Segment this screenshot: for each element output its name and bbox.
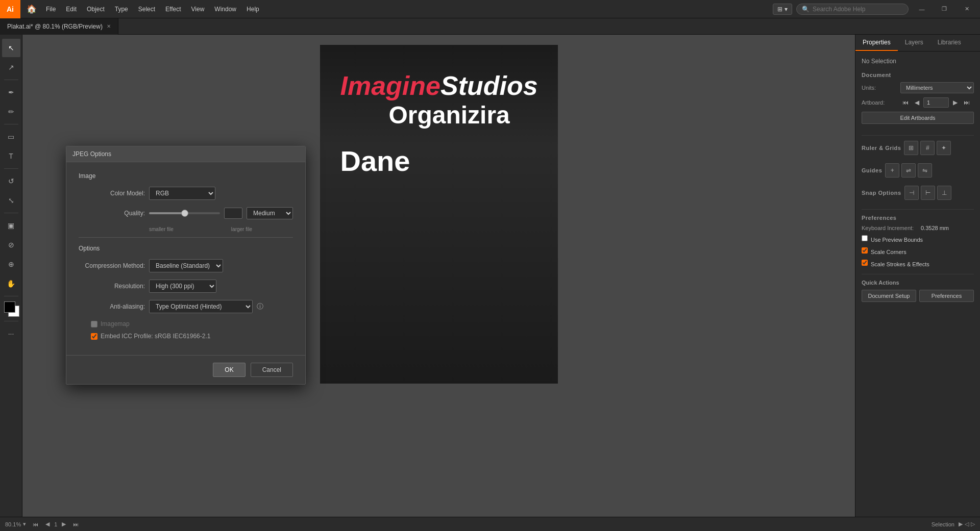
selection-tool[interactable]: ↖ bbox=[2, 39, 20, 57]
imagemap-checkbox[interactable] bbox=[91, 321, 97, 327]
color-model-select[interactable]: RGB CMYK Grayscale bbox=[149, 187, 215, 200]
tool-separator-3 bbox=[4, 168, 18, 169]
menu-window[interactable]: Window bbox=[209, 0, 241, 18]
menu-object[interactable]: Object bbox=[82, 0, 110, 18]
artboard: ImagineStudios Organizira Dane bbox=[320, 45, 558, 384]
home-icon[interactable]: 🏠 bbox=[22, 0, 41, 18]
scale-tool[interactable]: ⤡ bbox=[2, 191, 20, 210]
artboard-prev-prev-icon[interactable]: ⏮ bbox=[900, 98, 911, 107]
brand-dane: Dane bbox=[340, 144, 410, 178]
status-playback[interactable]: ▶ ◁ ▷ bbox=[959, 521, 975, 527]
more-tools[interactable]: ··· bbox=[2, 324, 20, 343]
canvas-area[interactable]: ImagineStudios Organizira Dane JPEG Opti… bbox=[22, 35, 855, 517]
ok-button[interactable]: OK bbox=[213, 363, 245, 377]
menu-select[interactable]: Select bbox=[133, 0, 160, 18]
quality-row: Quality: 5 Low Medium High Maximum bbox=[79, 207, 293, 219]
units-select[interactable]: Millimeters Pixels Inches Centimeters Po… bbox=[900, 82, 974, 93]
quality-preset-select[interactable]: Low Medium High Maximum bbox=[247, 207, 293, 219]
gradient-tool[interactable]: ▣ bbox=[2, 216, 20, 235]
search-box[interactable]: 🔍 bbox=[796, 4, 909, 15]
use-preview-bounds-checkbox[interactable] bbox=[862, 235, 868, 241]
ruler-grids-icons: ⊞ # ✦ bbox=[904, 141, 951, 155]
quality-number[interactable]: 5 bbox=[224, 208, 242, 219]
snap-options-row: Snap Options ⊣ ⊢ ⊥ bbox=[862, 186, 974, 204]
color-indicator[interactable] bbox=[2, 299, 20, 318]
preferences-button[interactable]: Preferences bbox=[919, 290, 974, 302]
nav-prev-icon[interactable]: ◀ bbox=[43, 520, 52, 528]
embed-icc-checkbox[interactable] bbox=[91, 333, 97, 340]
tool-separator-1 bbox=[4, 80, 18, 80]
tab-layers[interactable]: Layers bbox=[898, 35, 930, 51]
nav-next-icon[interactable]: ▶ bbox=[59, 520, 68, 528]
menu-help[interactable]: Help bbox=[241, 0, 264, 18]
pencil-tool[interactable]: ✏ bbox=[2, 103, 20, 121]
tab-libraries[interactable]: Libraries bbox=[930, 35, 968, 51]
minimize-button[interactable]: — bbox=[913, 0, 931, 18]
artboard-next-icon[interactable]: ▶ bbox=[951, 98, 960, 107]
imagemap-label: Imagemap bbox=[101, 320, 130, 327]
snap-icon3[interactable]: ⊥ bbox=[937, 186, 951, 200]
scale-strokes-label: Scale Strokes & Effects bbox=[871, 261, 929, 267]
text-tool[interactable]: T bbox=[2, 147, 20, 165]
cancel-button[interactable]: Cancel bbox=[251, 363, 293, 377]
pen-tool[interactable]: ✒ bbox=[2, 83, 20, 102]
foreground-color[interactable] bbox=[4, 301, 15, 313]
right-panel: Properties Layers Libraries No Selection… bbox=[855, 35, 980, 517]
workspace-switcher[interactable]: ⊞▾ bbox=[773, 4, 792, 15]
artboard-prev-icon[interactable]: ◀ bbox=[913, 98, 921, 107]
dialog-image-section: Image bbox=[79, 172, 293, 180]
search-input[interactable] bbox=[813, 6, 899, 13]
zoom-tool[interactable]: ⊕ bbox=[2, 255, 20, 273]
document-tab[interactable]: Plakat.ai* @ 80.1% (RGB/Preview) ✕ bbox=[0, 18, 118, 35]
resolution-select[interactable]: Screen (72 ppi) Medium (150 ppi) High (3… bbox=[149, 280, 216, 293]
scale-strokes-checkbox[interactable] bbox=[862, 260, 868, 266]
menu-bar: Ai 🏠 File Edit Object Type Select Effect… bbox=[0, 0, 980, 18]
menu-edit[interactable]: Edit bbox=[61, 0, 82, 18]
rotate-tool[interactable]: ↺ bbox=[2, 172, 20, 190]
nav-last-icon[interactable]: ⏭ bbox=[70, 520, 81, 528]
scale-corners-checkbox[interactable] bbox=[862, 247, 868, 254]
compression-select[interactable]: Baseline (Standard) Baseline Optimized P… bbox=[149, 259, 223, 272]
anti-aliasing-info-icon[interactable]: ⓘ bbox=[257, 302, 263, 311]
search-icon: 🔍 bbox=[802, 6, 810, 13]
hand-tool[interactable]: ✋ bbox=[2, 274, 20, 293]
menu-effect[interactable]: Effect bbox=[160, 0, 186, 18]
document-setup-button[interactable]: Document Setup bbox=[862, 290, 916, 302]
scroll-right-icon[interactable]: ▷ bbox=[971, 521, 975, 527]
artboard-nav: ⏮ ◀ ▶ ⏭ bbox=[900, 97, 972, 108]
tab-properties[interactable]: Properties bbox=[855, 35, 898, 51]
menu-file[interactable]: File bbox=[41, 0, 61, 18]
guide-icon2[interactable]: ⇌ bbox=[901, 163, 916, 178]
quality-slider[interactable] bbox=[149, 212, 220, 214]
resolution-label: Resolution: bbox=[79, 283, 145, 290]
menu-view[interactable]: View bbox=[186, 0, 210, 18]
menu-type[interactable]: Type bbox=[110, 0, 133, 18]
keyboard-increment-label: Keyboard Increment: bbox=[862, 225, 918, 231]
scroll-left-icon[interactable]: ◁ bbox=[965, 521, 969, 527]
guide-icon3[interactable]: ⇋ bbox=[918, 163, 932, 178]
ruler-icon[interactable]: ⊞ bbox=[904, 141, 918, 155]
tab-close-icon[interactable]: ✕ bbox=[107, 23, 111, 29]
guide-icon1[interactable]: + bbox=[885, 163, 899, 178]
quality-larger-label: larger file bbox=[201, 226, 293, 232]
artboard-next-next-icon[interactable]: ⏭ bbox=[962, 98, 972, 107]
menu-right: ⊞▾ 🔍 — ❐ ✕ bbox=[773, 0, 980, 18]
grid-icon[interactable]: # bbox=[920, 141, 935, 155]
jpeg-options-dialog: JPEG Options Image Color Model: RGB CMYK… bbox=[66, 146, 306, 385]
shape-tool[interactable]: ▭ bbox=[2, 128, 20, 146]
restore-button[interactable]: ❐ bbox=[935, 0, 953, 18]
compression-label: Compression Method: bbox=[79, 262, 145, 269]
keyboard-increment-row: Keyboard Increment: 0.3528 mm bbox=[862, 225, 974, 231]
snap-icon2[interactable]: ⊢ bbox=[921, 186, 935, 200]
grid2-icon[interactable]: ✦ bbox=[937, 141, 951, 155]
anti-aliasing-select[interactable]: None Art Optimized (Supersampling) Type … bbox=[149, 300, 253, 313]
section-divider-2 bbox=[862, 209, 974, 210]
nav-first-icon[interactable]: ⏮ bbox=[30, 520, 41, 528]
eyedropper-tool[interactable]: ⊘ bbox=[2, 236, 20, 254]
zoom-dropdown-icon[interactable]: ▾ bbox=[23, 521, 26, 527]
direct-selection-tool[interactable]: ↗ bbox=[2, 58, 20, 77]
edit-artboards-button[interactable]: Edit Artboards bbox=[862, 112, 974, 124]
artboard-number-input[interactable] bbox=[923, 97, 949, 108]
close-button[interactable]: ✕ bbox=[958, 0, 976, 18]
snap-icon1[interactable]: ⊣ bbox=[904, 186, 919, 200]
